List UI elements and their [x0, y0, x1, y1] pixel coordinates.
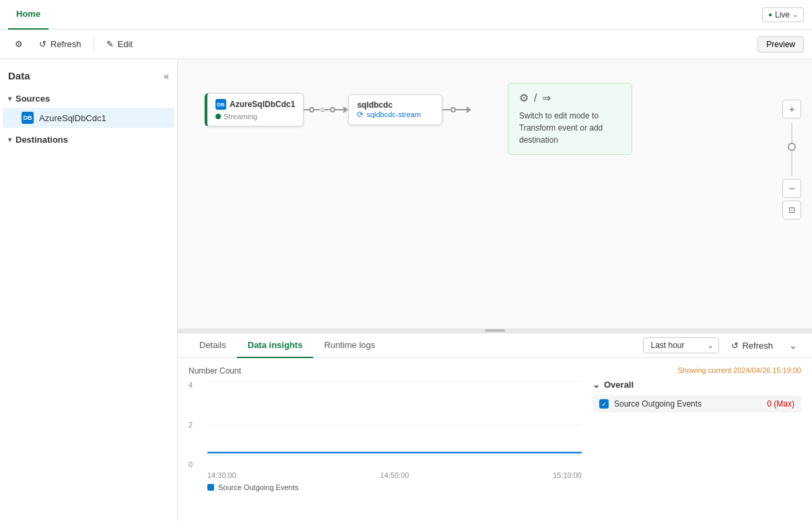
refresh-button[interactable]: ↺ Refresh — [32, 36, 88, 53]
sources-chevron-icon: ▾ — [8, 95, 11, 102]
y-label-2: 2 — [189, 421, 202, 429]
grid-line-top — [207, 381, 582, 382]
live-label: Live — [775, 10, 790, 20]
destinations-section: ▾ Destinations — [0, 131, 177, 149]
zoom-out-button[interactable]: − — [782, 179, 801, 198]
connector-1: ≡ — [304, 105, 348, 114]
live-icon: ● — [768, 11, 772, 18]
main-layout: Data « ▾ Sources DB AzureSqlDbCdc1 ▾ Des… — [0, 59, 812, 521]
toolbar-right: Preview — [757, 36, 804, 53]
tab-runtime-logs[interactable]: Runtime logs — [313, 333, 386, 358]
metric-row: ✓ Source Outgoing Events 0 (Max) — [593, 395, 801, 413]
sidebar-header: Data « — [0, 65, 177, 87]
source-node-subtitle: Streaming — [215, 112, 295, 120]
toolbar-divider — [94, 36, 94, 53]
metric-label: Source Outgoing Events — [614, 399, 762, 409]
status-dot — [215, 114, 221, 119]
tab-details[interactable]: Details — [189, 333, 237, 358]
edit-icon: ✎ — [106, 39, 114, 49]
resize-handle-indicator — [485, 329, 505, 332]
refresh-icon: ↺ — [39, 39, 46, 49]
chart-legend: Source Outgoing Events — [207, 483, 582, 491]
connector-dot-2 — [330, 107, 335, 112]
sources-section: ▾ Sources DB AzureSqlDbCdc1 — [0, 90, 177, 128]
x-label-2: 14:50:00 — [380, 471, 409, 479]
sidebar-item-label: AzureSqlDbCdc1 — [39, 113, 106, 123]
chart-right: Showing current 2024/04/26 15:19:00 ⌄ Ov… — [593, 366, 801, 513]
arrow-right-1 — [343, 106, 348, 113]
stream-node-title: sqldbcdc — [357, 100, 434, 110]
grid-line-bottom — [207, 455, 582, 456]
y-label-4: 4 — [189, 381, 202, 389]
sources-section-header[interactable]: ▾ Sources — [0, 90, 177, 108]
sidebar-item-azure-sql-db-cdc1[interactable]: DB AzureSqlDbCdc1 — [3, 108, 174, 128]
edit-tooltip-icons: ⚙ / ⇒ — [519, 92, 621, 104]
equals-icon: ≡ — [320, 105, 325, 114]
destinations-label: Destinations — [15, 135, 68, 145]
edit-button[interactable]: ✎ Edit — [100, 36, 139, 53]
bottom-tabs: Details Data insights Runtime logs Last … — [178, 333, 812, 358]
edit-tooltip-box: ⚙ / ⇒ Switch to edit mode to Transform e… — [508, 83, 632, 155]
panel-refresh-icon: ↺ — [731, 341, 739, 351]
showing-text: Showing current 2024/04/26 15:19:00 — [593, 366, 801, 374]
db-icon: DB — [22, 112, 34, 124]
x-label-3: 15:10:00 — [553, 471, 582, 479]
more-button[interactable]: ⌄ — [785, 337, 801, 353]
settings-icon: ⚙ — [15, 39, 23, 49]
tab-data-insights[interactable]: Data insights — [237, 333, 314, 358]
overall-label: Overall — [604, 380, 634, 390]
time-select[interactable]: Last hour Last 24 hours Last 7 days — [643, 337, 719, 353]
metric-value: 0 (Max) — [767, 399, 794, 409]
connector-2 — [442, 106, 471, 113]
canvas-area: DB AzureSqlDbCdc1 Streaming ≡ — [178, 59, 812, 521]
connector-dot-3 — [450, 107, 456, 112]
sidebar: Data « ▾ Sources DB AzureSqlDbCdc1 ▾ Des… — [0, 59, 178, 521]
metric-checkbox[interactable]: ✓ — [599, 399, 609, 409]
chart-plot — [207, 381, 582, 468]
chart-title: Number Count — [189, 366, 582, 376]
source-node[interactable]: DB AzureSqlDbCdc1 Streaming — [205, 93, 304, 127]
connector-dot-1 — [309, 107, 314, 112]
zoom-controls: + − ⊡ — [782, 100, 801, 219]
chart-area: Number Count 4 2 0 — [178, 358, 812, 521]
source-db-icon: DB — [215, 99, 226, 110]
sidebar-title: Data — [8, 70, 30, 81]
bottom-tab-right: Last hour Last 24 hours Last 7 days ↺ Re… — [643, 337, 801, 353]
tooltip-arrow-icon: ⇒ — [542, 92, 551, 104]
preview-button[interactable]: Preview — [757, 36, 804, 53]
x-label-1: 14:30:00 — [207, 471, 236, 479]
live-chevron-icon[interactable]: ⌄ — [792, 11, 798, 18]
time-select-wrap: Last hour Last 24 hours Last 7 days — [643, 337, 719, 353]
panel-refresh-button[interactable]: ↺ Refresh — [724, 338, 780, 353]
y-label-0: 0 — [189, 460, 202, 468]
toolbar: ⚙ ↺ Refresh ✎ Edit Preview — [0, 30, 812, 59]
tab-home[interactable]: Home — [8, 0, 48, 30]
chart-left: Number Count 4 2 0 — [189, 366, 582, 513]
stream-node[interactable]: sqldbcdc ⟳ sqldbcdc-stream — [348, 94, 442, 125]
top-bar-right: ● Live ⌄ — [762, 7, 804, 22]
arrow-right-2 — [467, 106, 471, 113]
zoom-in-button[interactable]: + — [782, 100, 801, 118]
zoom-slider-track[interactable] — [791, 123, 792, 176]
chart-canvas: 4 2 0 — [189, 381, 582, 468]
source-node-title: DB AzureSqlDbCdc1 — [215, 99, 295, 110]
grid-line-mid — [207, 425, 582, 425]
legend-dot — [207, 484, 214, 491]
sidebar-collapse-button[interactable]: « — [164, 71, 169, 81]
zoom-slider-thumb — [788, 143, 796, 151]
overall-chevron-icon: ⌄ — [593, 380, 600, 390]
destinations-section-header[interactable]: ▾ Destinations — [0, 131, 177, 149]
sources-label: Sources — [15, 94, 50, 104]
canvas-main[interactable]: DB AzureSqlDbCdc1 Streaming ≡ — [178, 59, 812, 328]
destinations-chevron-icon: ▾ — [8, 136, 11, 143]
legend-label: Source Outgoing Events — [218, 483, 298, 491]
tooltip-gear-icon: ⚙ — [519, 92, 529, 104]
overall-header[interactable]: ⌄ Overall — [593, 380, 801, 390]
live-badge[interactable]: ● Live ⌄ — [762, 7, 804, 22]
settings-button[interactable]: ⚙ — [8, 36, 30, 53]
tooltip-separator: / — [534, 92, 537, 104]
y-axis: 4 2 0 — [189, 381, 202, 468]
edit-tooltip-text: Switch to edit mode to Transform event o… — [519, 110, 621, 146]
zoom-fit-button[interactable]: ⊡ — [782, 201, 801, 219]
flow-container: DB AzureSqlDbCdc1 Streaming ≡ — [205, 93, 471, 127]
